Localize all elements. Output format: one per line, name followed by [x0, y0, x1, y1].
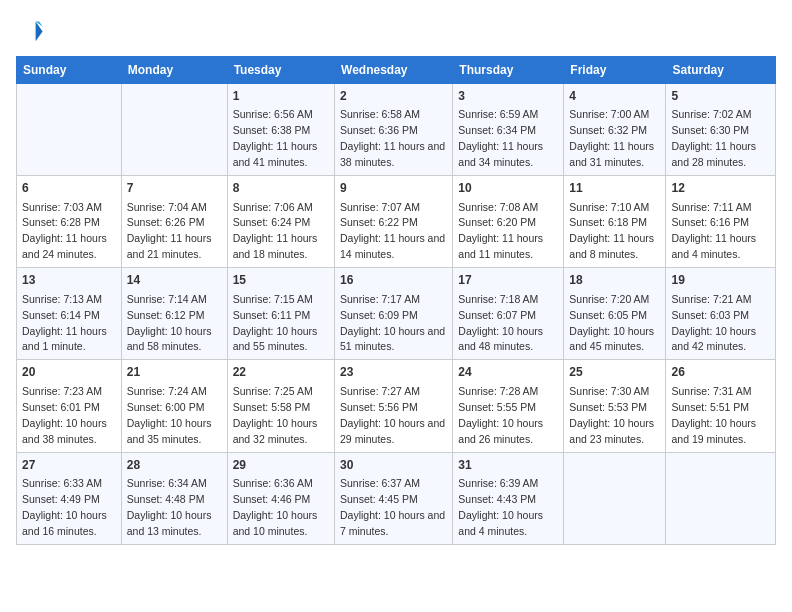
- logo-icon: [16, 16, 44, 44]
- day-number: 21: [127, 364, 222, 381]
- day-number: 27: [22, 457, 116, 474]
- day-info: Sunrise: 7:23 AM Sunset: 6:01 PM Dayligh…: [22, 385, 107, 445]
- day-number: 20: [22, 364, 116, 381]
- calendar-cell: 5Sunrise: 7:02 AM Sunset: 6:30 PM Daylig…: [666, 84, 776, 176]
- day-number: 12: [671, 180, 770, 197]
- calendar-cell: 9Sunrise: 7:07 AM Sunset: 6:22 PM Daylig…: [335, 176, 453, 268]
- day-info: Sunrise: 7:21 AM Sunset: 6:03 PM Dayligh…: [671, 293, 756, 353]
- calendar-cell: 7Sunrise: 7:04 AM Sunset: 6:26 PM Daylig…: [121, 176, 227, 268]
- day-info: Sunrise: 7:04 AM Sunset: 6:26 PM Dayligh…: [127, 201, 212, 261]
- calendar-cell: 24Sunrise: 7:28 AM Sunset: 5:55 PM Dayli…: [453, 360, 564, 452]
- calendar-cell: 23Sunrise: 7:27 AM Sunset: 5:56 PM Dayli…: [335, 360, 453, 452]
- calendar-cell: 13Sunrise: 7:13 AM Sunset: 6:14 PM Dayli…: [17, 268, 122, 360]
- calendar-cell: 27Sunrise: 6:33 AM Sunset: 4:49 PM Dayli…: [17, 452, 122, 544]
- day-info: Sunrise: 7:20 AM Sunset: 6:05 PM Dayligh…: [569, 293, 654, 353]
- calendar-week-row: 1Sunrise: 6:56 AM Sunset: 6:38 PM Daylig…: [17, 84, 776, 176]
- day-number: 2: [340, 88, 447, 105]
- day-info: Sunrise: 6:59 AM Sunset: 6:34 PM Dayligh…: [458, 108, 543, 168]
- day-info: Sunrise: 6:37 AM Sunset: 4:45 PM Dayligh…: [340, 477, 445, 537]
- weekday-header-wednesday: Wednesday: [335, 57, 453, 84]
- day-info: Sunrise: 7:31 AM Sunset: 5:51 PM Dayligh…: [671, 385, 756, 445]
- calendar-cell: [121, 84, 227, 176]
- day-info: Sunrise: 7:15 AM Sunset: 6:11 PM Dayligh…: [233, 293, 318, 353]
- day-number: 7: [127, 180, 222, 197]
- calendar-cell: 11Sunrise: 7:10 AM Sunset: 6:18 PM Dayli…: [564, 176, 666, 268]
- calendar-cell: 25Sunrise: 7:30 AM Sunset: 5:53 PM Dayli…: [564, 360, 666, 452]
- calendar-cell: [666, 452, 776, 544]
- day-info: Sunrise: 7:03 AM Sunset: 6:28 PM Dayligh…: [22, 201, 107, 261]
- day-number: 14: [127, 272, 222, 289]
- calendar-week-row: 20Sunrise: 7:23 AM Sunset: 6:01 PM Dayli…: [17, 360, 776, 452]
- day-info: Sunrise: 6:33 AM Sunset: 4:49 PM Dayligh…: [22, 477, 107, 537]
- day-info: Sunrise: 7:02 AM Sunset: 6:30 PM Dayligh…: [671, 108, 756, 168]
- weekday-header-monday: Monday: [121, 57, 227, 84]
- weekday-header-tuesday: Tuesday: [227, 57, 334, 84]
- day-info: Sunrise: 7:28 AM Sunset: 5:55 PM Dayligh…: [458, 385, 543, 445]
- day-number: 13: [22, 272, 116, 289]
- day-number: 30: [340, 457, 447, 474]
- calendar-cell: 12Sunrise: 7:11 AM Sunset: 6:16 PM Dayli…: [666, 176, 776, 268]
- calendar-cell: 10Sunrise: 7:08 AM Sunset: 6:20 PM Dayli…: [453, 176, 564, 268]
- day-info: Sunrise: 7:00 AM Sunset: 6:32 PM Dayligh…: [569, 108, 654, 168]
- day-number: 16: [340, 272, 447, 289]
- day-number: 26: [671, 364, 770, 381]
- day-number: 18: [569, 272, 660, 289]
- day-number: 10: [458, 180, 558, 197]
- day-info: Sunrise: 7:18 AM Sunset: 6:07 PM Dayligh…: [458, 293, 543, 353]
- calendar-cell: 18Sunrise: 7:20 AM Sunset: 6:05 PM Dayli…: [564, 268, 666, 360]
- calendar-cell: 20Sunrise: 7:23 AM Sunset: 6:01 PM Dayli…: [17, 360, 122, 452]
- calendar-week-row: 6Sunrise: 7:03 AM Sunset: 6:28 PM Daylig…: [17, 176, 776, 268]
- weekday-header-sunday: Sunday: [17, 57, 122, 84]
- day-number: 17: [458, 272, 558, 289]
- day-number: 4: [569, 88, 660, 105]
- day-info: Sunrise: 7:08 AM Sunset: 6:20 PM Dayligh…: [458, 201, 543, 261]
- calendar-cell: 30Sunrise: 6:37 AM Sunset: 4:45 PM Dayli…: [335, 452, 453, 544]
- day-info: Sunrise: 7:07 AM Sunset: 6:22 PM Dayligh…: [340, 201, 445, 261]
- day-number: 11: [569, 180, 660, 197]
- day-info: Sunrise: 6:34 AM Sunset: 4:48 PM Dayligh…: [127, 477, 212, 537]
- day-number: 15: [233, 272, 329, 289]
- day-number: 31: [458, 457, 558, 474]
- weekday-header-friday: Friday: [564, 57, 666, 84]
- day-info: Sunrise: 6:56 AM Sunset: 6:38 PM Dayligh…: [233, 108, 318, 168]
- day-number: 28: [127, 457, 222, 474]
- day-number: 19: [671, 272, 770, 289]
- day-number: 23: [340, 364, 447, 381]
- day-info: Sunrise: 6:36 AM Sunset: 4:46 PM Dayligh…: [233, 477, 318, 537]
- day-info: Sunrise: 6:58 AM Sunset: 6:36 PM Dayligh…: [340, 108, 445, 168]
- calendar-week-row: 13Sunrise: 7:13 AM Sunset: 6:14 PM Dayli…: [17, 268, 776, 360]
- calendar-cell: 2Sunrise: 6:58 AM Sunset: 6:36 PM Daylig…: [335, 84, 453, 176]
- day-info: Sunrise: 7:17 AM Sunset: 6:09 PM Dayligh…: [340, 293, 445, 353]
- calendar-cell: 17Sunrise: 7:18 AM Sunset: 6:07 PM Dayli…: [453, 268, 564, 360]
- day-info: Sunrise: 6:39 AM Sunset: 4:43 PM Dayligh…: [458, 477, 543, 537]
- day-info: Sunrise: 7:13 AM Sunset: 6:14 PM Dayligh…: [22, 293, 107, 353]
- calendar-cell: 19Sunrise: 7:21 AM Sunset: 6:03 PM Dayli…: [666, 268, 776, 360]
- calendar-cell: 14Sunrise: 7:14 AM Sunset: 6:12 PM Dayli…: [121, 268, 227, 360]
- calendar-cell: 31Sunrise: 6:39 AM Sunset: 4:43 PM Dayli…: [453, 452, 564, 544]
- day-number: 1: [233, 88, 329, 105]
- day-info: Sunrise: 7:27 AM Sunset: 5:56 PM Dayligh…: [340, 385, 445, 445]
- day-info: Sunrise: 7:10 AM Sunset: 6:18 PM Dayligh…: [569, 201, 654, 261]
- weekday-header-thursday: Thursday: [453, 57, 564, 84]
- day-info: Sunrise: 7:24 AM Sunset: 6:00 PM Dayligh…: [127, 385, 212, 445]
- day-number: 9: [340, 180, 447, 197]
- svg-marker-0: [36, 22, 43, 42]
- page-header: [16, 16, 776, 44]
- calendar-cell: 29Sunrise: 6:36 AM Sunset: 4:46 PM Dayli…: [227, 452, 334, 544]
- calendar-cell: 8Sunrise: 7:06 AM Sunset: 6:24 PM Daylig…: [227, 176, 334, 268]
- logo: [16, 16, 46, 44]
- day-info: Sunrise: 7:11 AM Sunset: 6:16 PM Dayligh…: [671, 201, 756, 261]
- weekday-header-row: SundayMondayTuesdayWednesdayThursdayFrid…: [17, 57, 776, 84]
- day-number: 22: [233, 364, 329, 381]
- day-number: 5: [671, 88, 770, 105]
- calendar-cell: 15Sunrise: 7:15 AM Sunset: 6:11 PM Dayli…: [227, 268, 334, 360]
- calendar-cell: 4Sunrise: 7:00 AM Sunset: 6:32 PM Daylig…: [564, 84, 666, 176]
- day-info: Sunrise: 7:06 AM Sunset: 6:24 PM Dayligh…: [233, 201, 318, 261]
- calendar-header: SundayMondayTuesdayWednesdayThursdayFrid…: [17, 57, 776, 84]
- day-number: 29: [233, 457, 329, 474]
- calendar-cell: 16Sunrise: 7:17 AM Sunset: 6:09 PM Dayli…: [335, 268, 453, 360]
- day-number: 24: [458, 364, 558, 381]
- day-number: 25: [569, 364, 660, 381]
- calendar-cell: 21Sunrise: 7:24 AM Sunset: 6:00 PM Dayli…: [121, 360, 227, 452]
- calendar-week-row: 27Sunrise: 6:33 AM Sunset: 4:49 PM Dayli…: [17, 452, 776, 544]
